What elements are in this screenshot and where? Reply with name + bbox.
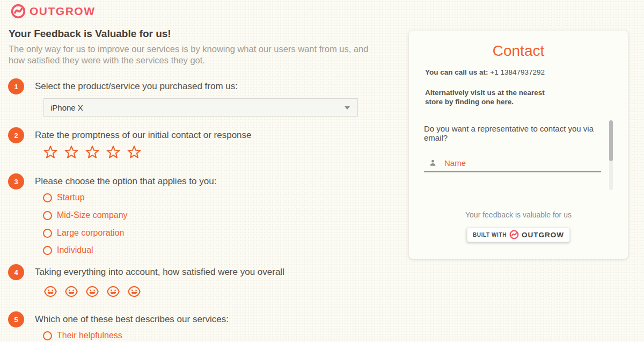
badge-prefix-label: BUILT WITH — [473, 232, 507, 238]
name-input[interactable] — [444, 158, 589, 168]
outgrow-logo-icon — [11, 4, 26, 19]
question-3-text: Please choose the option that applies to… — [35, 173, 216, 187]
outgrow-logo: OUTGROW — [11, 4, 95, 19]
question-2-text: Rate the promptness of our initial conta… — [35, 127, 252, 141]
star-icon[interactable] — [64, 145, 78, 159]
star-icon[interactable] — [127, 145, 141, 159]
call-us-line: You can call us at: +1 13847937292 — [425, 68, 545, 76]
outgrow-badge-icon — [509, 230, 519, 239]
radio-option-label: Their helpfulness — [57, 331, 122, 340]
smiley-icon[interactable] — [127, 285, 141, 299]
smiley-icon[interactable] — [43, 285, 57, 299]
call-us-number: +1 13847937292 — [490, 68, 545, 76]
contact-panel-title: Contact — [409, 42, 628, 60]
outgrow-logo-text: OUTGROW — [30, 5, 95, 18]
smiley-icon[interactable] — [64, 285, 78, 299]
question-4-number: 4 — [8, 264, 24, 280]
visit-store-line2-prefix: store by finding one — [425, 98, 496, 106]
smiley-rating-row — [43, 285, 141, 299]
scrollbar-thumb[interactable] — [609, 120, 613, 161]
question-1-number: 1 — [8, 78, 24, 94]
radio-option-mid-size-company[interactable]: Mid-Size company — [43, 210, 128, 220]
question-3-number: 3 — [8, 173, 24, 190]
question-4-text: Taking everything into account, how sati… — [35, 264, 284, 278]
radio-icon[interactable] — [43, 211, 52, 220]
chevron-down-icon — [345, 106, 350, 110]
product-dropdown[interactable]: iPhone X — [43, 98, 358, 117]
star-icon[interactable] — [106, 145, 120, 159]
radio-option-label: Startup — [57, 193, 85, 202]
radio-option-their-helpfulness[interactable]: Their helpfulness — [43, 331, 122, 340]
question-5: 5 Which one of these best describes our … — [8, 311, 229, 328]
radio-icon[interactable] — [43, 246, 52, 255]
person-icon — [428, 158, 437, 168]
product-dropdown-value: iPhone X — [50, 103, 83, 112]
question-5-number: 5 — [8, 311, 24, 328]
smiley-icon[interactable] — [106, 285, 120, 299]
question-1-text: Select the product/service you purchased… — [35, 78, 238, 92]
question-4: 4 Taking everything into account, how sa… — [8, 264, 284, 280]
star-icon[interactable] — [43, 145, 57, 159]
question-2: 2 Rate the promptness of our initial con… — [8, 127, 252, 143]
visit-store-line2-suffix: . — [511, 98, 514, 106]
question-2-number: 2 — [8, 127, 24, 143]
star-icon[interactable] — [85, 145, 99, 159]
radio-icon[interactable] — [43, 229, 52, 238]
radio-option-label: Mid-Size company — [57, 210, 128, 220]
radio-icon[interactable] — [43, 193, 52, 202]
feedback-survey-page: OUTGROW Your Feedback is Valuable for us… — [0, 0, 644, 342]
radio-icon[interactable] — [43, 331, 52, 340]
representative-question: Do you want a representative to contact … — [424, 124, 604, 142]
contact-panel: Contact You can call us at: +1 138479372… — [409, 31, 628, 259]
page-title: Your Feedback is Valuable for us! — [9, 28, 171, 40]
radio-option-label: Individual — [57, 245, 93, 255]
visit-store-line1: Alternatively visit us at the nearest — [425, 89, 545, 97]
radio-option-startup[interactable]: Startup — [43, 193, 85, 202]
question-3: 3 Please choose the option that applies … — [8, 173, 216, 190]
built-with-outgrow-badge[interactable]: BUILT WITH OUTGROW — [467, 227, 570, 242]
question-1: 1 Select the product/service you purchas… — [8, 78, 238, 94]
radio-option-large-corporation[interactable]: Large corporation — [43, 228, 124, 238]
radio-option-individual[interactable]: Individual — [43, 245, 93, 255]
scrollbar-track[interactable] — [609, 120, 613, 190]
page-subtitle: The only way for us to improve our servi… — [9, 43, 384, 66]
name-field-row — [428, 158, 604, 168]
star-rating-row — [43, 145, 141, 159]
badge-brand-label: OUTGROW — [522, 231, 564, 239]
call-us-label: You can call us at: — [425, 68, 488, 76]
smiley-icon[interactable] — [85, 285, 99, 299]
panel-footer-note: Your feedback is valuable for us — [409, 210, 628, 219]
question-5-text: Which one of these best describes our se… — [35, 311, 229, 325]
name-field-underline — [424, 171, 601, 172]
visit-store-text: Alternatively visit us at the nearest st… — [425, 88, 545, 106]
here-link[interactable]: here — [496, 98, 512, 106]
contact-form-scroll-area[interactable]: Do you want a representative to contact … — [424, 121, 604, 194]
radio-option-label: Large corporation — [57, 228, 124, 238]
